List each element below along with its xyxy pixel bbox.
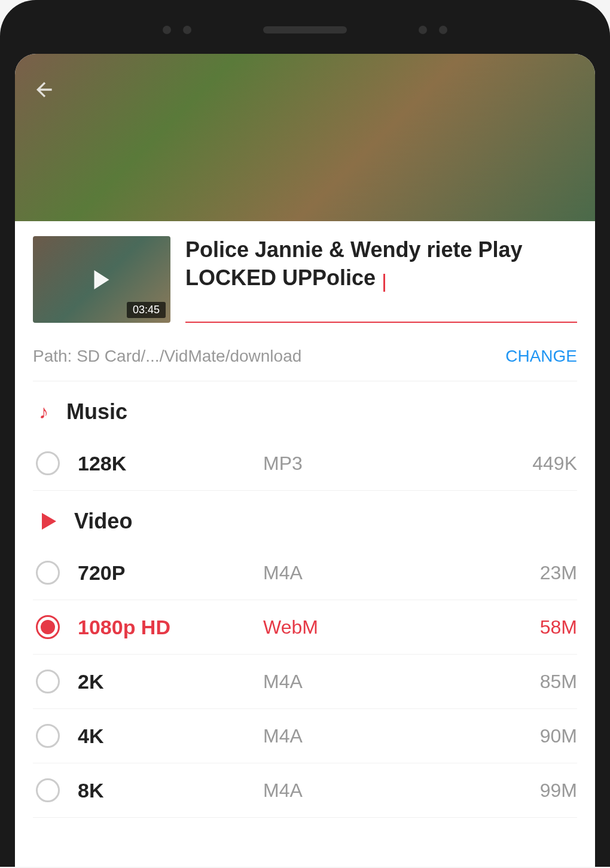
video-thumbnail[interactable]: 03:45 [33, 236, 170, 323]
radio-button[interactable] [36, 561, 60, 585]
download-path: Path: SD Card/.../VidMate/download [33, 347, 301, 366]
option-size: 449K [505, 453, 577, 475]
option-format: M4A [263, 671, 487, 693]
video-header: 03:45 Police Jannie & Wendy riete Play L… [33, 236, 577, 323]
option-format: MP3 [263, 453, 487, 475]
radio-button[interactable] [36, 451, 60, 475]
music-section-header: ♪ Music [33, 381, 577, 436]
music-option-row[interactable]: 128K MP3 449K [33, 436, 577, 491]
duration-badge: 03:45 [127, 302, 166, 318]
option-quality: 2K [78, 670, 245, 693]
content-area: 03:45 Police Jannie & Wendy riete Play L… [15, 221, 595, 818]
radio-button[interactable] [36, 724, 60, 748]
option-format: M4A [263, 725, 487, 747]
text-cursor [383, 274, 385, 292]
option-size: 23M [505, 562, 577, 584]
change-path-button[interactable]: CHANGE [505, 347, 577, 366]
music-section-title: Music [66, 399, 127, 424]
option-size: 90M [505, 725, 577, 747]
option-size: 85M [505, 671, 577, 693]
option-quality: 8K [78, 779, 245, 802]
radio-button[interactable] [36, 670, 60, 693]
video-option-row[interactable]: 1080p HD WebM 58M [33, 600, 577, 655]
phone-frame: 03:45 Police Jannie & Wendy riete Play L… [0, 0, 610, 867]
path-row: Path: SD Card/.../VidMate/download CHANG… [33, 341, 577, 381]
option-quality: 720P [78, 561, 245, 585]
video-option-row[interactable]: 2K M4A 85M [33, 655, 577, 709]
option-format: M4A [263, 562, 487, 584]
title-input-area[interactable]: Police Jannie & Wendy riete Play LOCKED … [185, 236, 577, 323]
option-format: M4A [263, 780, 487, 802]
option-size: 58M [505, 616, 577, 638]
video-option-row[interactable]: 720P M4A 23M [33, 546, 577, 600]
video-option-row[interactable]: 4K M4A 90M [33, 709, 577, 763]
video-option-row[interactable]: 8K M4A 99M [33, 763, 577, 818]
video-section-header: Video [33, 491, 577, 546]
screen: 03:45 Police Jannie & Wendy riete Play L… [15, 54, 595, 867]
option-size: 99M [505, 780, 577, 802]
option-quality: 1080p HD [78, 616, 245, 639]
video-title: Police Jannie & Wendy riete Play LOCKED … [185, 237, 523, 290]
radio-button-selected[interactable] [36, 615, 60, 639]
video-section-title: Video [74, 509, 132, 534]
radio-button[interactable] [36, 778, 60, 802]
option-quality: 4K [78, 725, 245, 748]
option-quality: 128K [78, 452, 245, 475]
option-format: WebM [263, 616, 487, 638]
play-icon [94, 270, 109, 289]
back-arrow-icon[interactable] [33, 78, 57, 107]
phone-sensors [15, 15, 595, 45]
hero-image [15, 54, 595, 221]
music-note-icon: ♪ [39, 401, 48, 423]
video-play-icon [42, 513, 56, 530]
